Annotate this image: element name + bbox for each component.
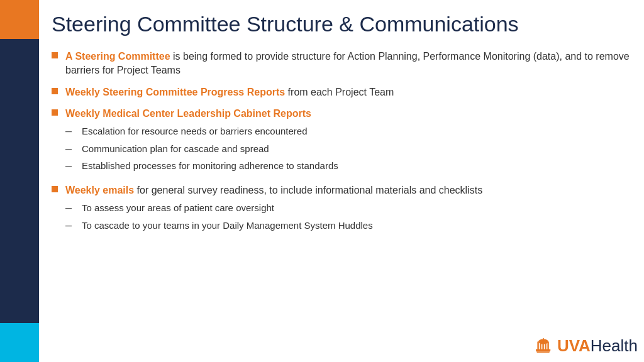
bar-top-orange [0, 0, 39, 39]
uva-health-logo: UVA Health [533, 336, 638, 356]
bullet-square-4 [52, 186, 58, 192]
bullet-square-2 [52, 88, 58, 94]
svg-rect-8 [536, 352, 549, 353]
uva-building-icon [533, 336, 553, 356]
svg-rect-1 [537, 342, 538, 350]
highlight-progress-reports: Weekly Steering Committee Progress Repor… [65, 87, 285, 97]
bullet-item-3: Weekly Medical Center Leadership Cabinet… [52, 107, 633, 176]
svg-rect-7 [536, 351, 550, 352]
slide-content: Steering Committee Structure & Communica… [52, 11, 633, 351]
sub-text-3-1: Escalation for resource needs or barrier… [82, 124, 308, 138]
svg-rect-4 [545, 342, 546, 350]
svg-rect-2 [540, 342, 541, 350]
sub-text-4-1: To assess your areas of patient care ove… [82, 201, 274, 214]
sub-item-3-2: – Communication plan for cascade and spr… [65, 142, 633, 156]
svg-rect-9 [543, 338, 544, 342]
sub-dash-3-3: – [65, 158, 77, 173]
svg-rect-3 [542, 342, 543, 350]
bullet-item-4: Weekly emails for general survey readine… [52, 184, 633, 236]
sub-list-3: – Escalation for resource needs or barri… [65, 124, 633, 173]
highlight-weekly-emails: Weekly emails [65, 185, 134, 195]
sub-dash-4-2: – [65, 217, 77, 233]
main-bullet-list: A Steering Committee is being formed to … [52, 50, 633, 236]
bullet-square-1 [52, 52, 58, 58]
bullet-text-4: Weekly emails for general survey readine… [65, 184, 633, 236]
sub-item-4-2: – To cascade to your teams in your Daily… [65, 219, 633, 233]
bullet-2-rest: from each Project Team [288, 87, 394, 97]
slide-title: Steering Committee Structure & Communica… [52, 11, 633, 37]
sub-item-3-3: – Established processes for monitoring a… [65, 159, 633, 173]
bullet-item-1: A Steering Committee is being formed to … [52, 50, 633, 78]
sub-dash-3-2: – [65, 141, 77, 156]
sub-text-4-2: To cascade to your teams in your Daily M… [82, 219, 373, 232]
sub-text-3-2: Communication plan for cascade and sprea… [82, 142, 269, 155]
sub-item-4-1: – To assess your areas of patient care o… [65, 201, 633, 216]
bullet-text-1: A Steering Committee is being formed to … [65, 50, 633, 78]
logo-health-text: Health [591, 336, 638, 356]
sub-item-3-1: – Escalation for resource needs or barri… [65, 124, 633, 139]
sub-dash-4-1: – [65, 200, 77, 216]
left-accent-bar [0, 0, 39, 362]
highlight-steering-committee: A Steering Committee [65, 51, 170, 62]
logo-uva-text: UVA [557, 336, 591, 356]
svg-rect-5 [547, 342, 548, 350]
bullet-text-3: Weekly Medical Center Leadership Cabinet… [65, 107, 633, 176]
sub-list-4: – To assess your areas of patient care o… [65, 201, 633, 233]
highlight-cabinet-reports: Weekly Medical Center Leadership Cabinet… [65, 108, 311, 119]
sub-dash-3-1: – [65, 123, 77, 139]
bullet-item-2: Weekly Steering Committee Progress Repor… [52, 85, 633, 99]
bar-mid-navy [0, 39, 39, 323]
sub-text-3-3: Established processes for monitoring adh… [82, 159, 338, 172]
bullet-text-2: Weekly Steering Committee Progress Repor… [65, 85, 633, 99]
bullet-square-3 [52, 109, 58, 116]
bar-bot-blue [0, 323, 39, 362]
svg-rect-6 [536, 349, 550, 351]
bullet-4-rest: for general survey readiness, to include… [137, 185, 483, 195]
